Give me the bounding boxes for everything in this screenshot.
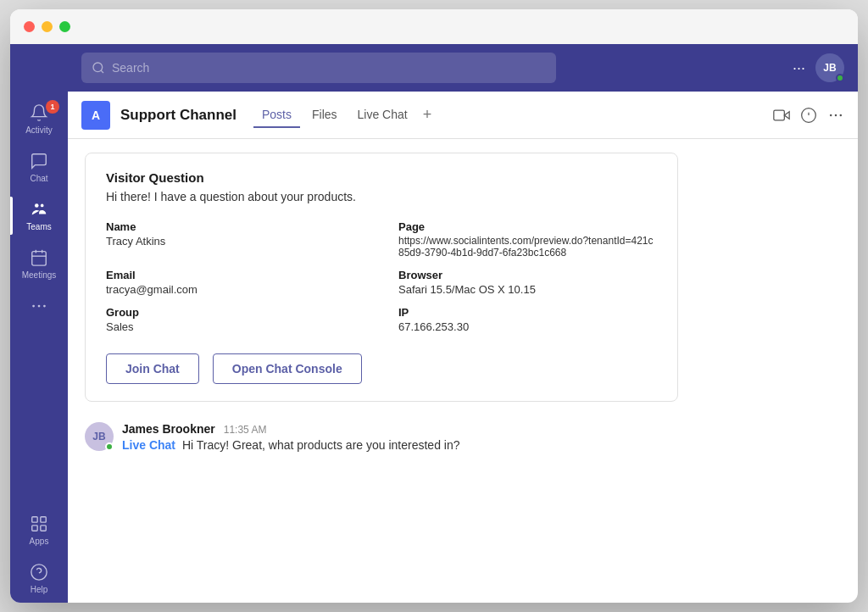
- join-chat-button[interactable]: Join Chat: [106, 353, 199, 384]
- apps-label: Apps: [30, 537, 49, 546]
- message-avatar: JB: [85, 422, 114, 451]
- card-actions: Join Chat Open Chat Console: [106, 353, 657, 384]
- open-console-button[interactable]: Open Chat Console: [213, 353, 362, 384]
- message-text: Live Chat Hi Tracy! Great, what products…: [122, 438, 841, 452]
- nav-header-spacer: [10, 44, 68, 92]
- header-bar: Search ··· JB: [68, 44, 858, 92]
- more-icon: [30, 297, 48, 315]
- email-value: tracya@gmail.com: [106, 283, 364, 296]
- close-button[interactable]: [24, 21, 35, 32]
- tab-add-button[interactable]: +: [420, 106, 436, 124]
- svg-point-1: [41, 204, 44, 208]
- left-column: 1 Activity Chat: [10, 44, 68, 603]
- header-more-button[interactable]: ···: [793, 59, 805, 77]
- sidebar-item-meetings[interactable]: Meetings: [10, 240, 68, 288]
- meetings-icon: [30, 248, 48, 267]
- sidebar-item-more[interactable]: [10, 288, 68, 324]
- svg-point-0: [35, 203, 39, 208]
- svg-point-24: [840, 114, 843, 116]
- page-value: https://www.socialintents.com/preview.do…: [398, 235, 657, 259]
- help-icon: [30, 563, 48, 581]
- video-button[interactable]: [773, 107, 790, 124]
- ip-value: 67.166.253.30: [398, 320, 657, 333]
- more-options-button[interactable]: [827, 107, 844, 124]
- svg-rect-12: [41, 526, 46, 531]
- browser-value: Safari 15.5/Mac OS X 10.15: [398, 283, 657, 296]
- maximize-button[interactable]: [59, 21, 70, 32]
- message-sender: James Brookner: [122, 422, 215, 436]
- user-avatar[interactable]: JB: [815, 53, 844, 82]
- avatar-initials: JB: [823, 62, 836, 74]
- tab-posts[interactable]: Posts: [253, 103, 300, 128]
- search-placeholder: Search: [112, 61, 149, 75]
- name-value: Tracy Atkins: [106, 235, 364, 248]
- visitor-question-title: Visitor Question: [106, 170, 657, 185]
- message-meta: James Brookner 11:35 AM: [122, 422, 841, 436]
- sidebar-nav: 1 Activity Chat: [10, 92, 68, 603]
- message-content: James Brookner 11:35 AM Live Chat Hi Tra…: [122, 422, 841, 452]
- sidebar-item-activity[interactable]: 1 Activity: [10, 95, 68, 143]
- info-grid: Name Tracy Atkins Page https://www.socia…: [106, 220, 657, 333]
- info-icon: [800, 107, 817, 124]
- titlebar: [10, 9, 858, 44]
- chat-icon: [30, 152, 48, 170]
- msg-avatar-status: [105, 442, 114, 451]
- search-box[interactable]: Search: [81, 53, 556, 83]
- info-group: Group Sales: [106, 306, 364, 333]
- channel-actions: [773, 107, 844, 124]
- sidebar-item-apps[interactable]: Apps: [10, 506, 68, 554]
- message-body: Hi Tracy! Great, what products are you i…: [182, 438, 460, 452]
- more-options-icon: [827, 107, 844, 124]
- activity-badge: 1: [46, 100, 59, 114]
- meetings-label: Meetings: [22, 270, 57, 280]
- svg-point-6: [32, 305, 35, 308]
- teams-label: Teams: [26, 222, 51, 231]
- svg-line-16: [101, 70, 103, 73]
- sidebar-item-help[interactable]: Help: [10, 554, 68, 603]
- svg-rect-10: [41, 517, 46, 522]
- channel-header: A Support Channel Posts Files Live Chat …: [68, 92, 858, 139]
- app-container: 1 Activity Chat: [10, 44, 858, 603]
- teams-icon: [30, 200, 48, 219]
- info-ip: IP 67.166.253.30: [398, 306, 657, 333]
- svg-point-22: [830, 114, 832, 116]
- activity-label: Activity: [25, 125, 53, 135]
- info-email: Email tracya@gmail.com: [106, 269, 364, 296]
- svg-point-7: [38, 305, 41, 308]
- livechat-badge: Live Chat: [122, 438, 175, 452]
- name-label: Name: [106, 220, 364, 233]
- message-row: JB James Brookner 11:35 AM Live Chat Hi …: [85, 415, 841, 459]
- channel-avatar: A: [81, 101, 110, 130]
- sidebar-item-teams[interactable]: Teams: [10, 192, 68, 240]
- group-label: Group: [106, 306, 364, 319]
- avatar-status: [836, 74, 844, 82]
- right-side: Search ··· JB A Support Channel Posts: [68, 44, 858, 603]
- info-button[interactable]: [800, 107, 817, 124]
- content-area: Visitor Question Hi there! I have a ques…: [68, 139, 858, 603]
- svg-point-8: [43, 305, 46, 308]
- apps-icon: [30, 515, 48, 533]
- sidebar-item-chat[interactable]: Chat: [10, 143, 68, 192]
- visitor-question-text: Hi there! I have a question about your p…: [106, 190, 657, 203]
- message-timestamp: 11:35 AM: [224, 424, 267, 436]
- chat-label: Chat: [30, 174, 47, 183]
- info-name: Name Tracy Atkins: [106, 220, 364, 259]
- minimize-button[interactable]: [42, 21, 53, 32]
- channel-title: Support Channel: [120, 107, 236, 124]
- msg-avatar-initials: JB: [92, 431, 105, 442]
- svg-rect-9: [32, 517, 37, 522]
- chat-card: Visitor Question Hi there! I have a ques…: [85, 153, 678, 402]
- svg-point-13: [31, 565, 47, 580]
- svg-rect-2: [32, 252, 47, 266]
- group-value: Sales: [106, 320, 364, 333]
- channel-tabs: Posts Files Live Chat +: [253, 103, 435, 128]
- tab-files[interactable]: Files: [303, 103, 346, 128]
- ip-label: IP: [398, 306, 657, 319]
- info-browser: Browser Safari 15.5/Mac OS X 10.15: [398, 269, 657, 296]
- browser-label: Browser: [398, 269, 657, 281]
- svg-point-23: [835, 114, 837, 116]
- channel-avatar-letter: A: [92, 108, 100, 122]
- page-label: Page: [398, 220, 657, 233]
- video-icon: [773, 107, 790, 124]
- tab-livechat[interactable]: Live Chat: [349, 103, 416, 128]
